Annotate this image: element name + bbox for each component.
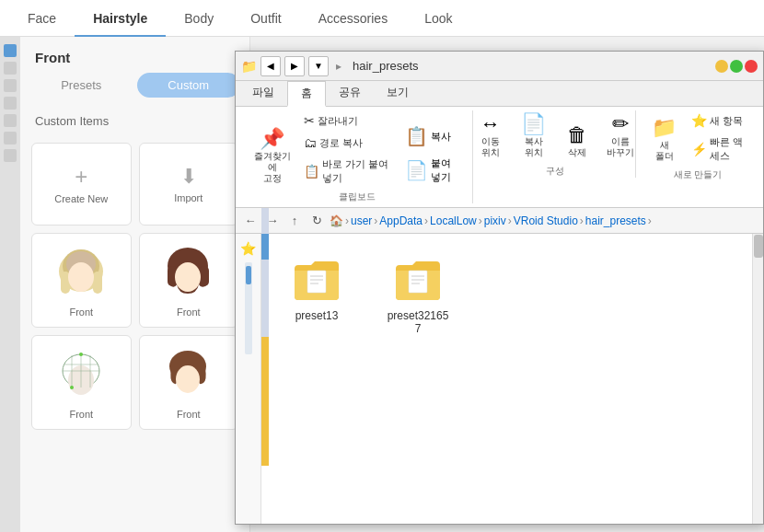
organize-buttons: ↔ 이동위치 📄 복사위치 🗑 삭제 ✏ 이름바꾸기 [469, 110, 641, 162]
move-label: 이동위치 [481, 136, 500, 158]
import-button[interactable]: ⬇ Import [139, 143, 239, 226]
folder-icon: 📁 [241, 59, 257, 74]
status-bar-8 [261, 388, 269, 414]
file-area-wrapper: preset13 [261, 234, 763, 524]
quick-access-button[interactable]: ⭐ 새 항목 [687, 110, 752, 131]
new-label: 새로 만들기 [674, 168, 723, 181]
nav-back-button[interactable]: ← [241, 212, 260, 230]
ribbon-tab-file[interactable]: 파일 [239, 81, 287, 106]
close-btn[interactable] [745, 60, 758, 73]
minimize-btn[interactable] [715, 60, 728, 73]
favorites-star[interactable]: ⭐ [240, 241, 256, 256]
back-btn[interactable]: ◀ [260, 56, 281, 76]
copy-to-button[interactable]: 📄 복사위치 [513, 110, 554, 162]
folder-preset321657[interactable]: preset321657 [381, 252, 455, 341]
clipboard-buttons: 📌 즐겨찾기에고정 ✂ 잘라내기 🗂 경로 복사 📋 바로 가기 붙여넣기 [247, 110, 467, 188]
svg-point-18 [70, 386, 74, 389]
left-icon-2[interactable] [4, 62, 17, 75]
nav-up-button[interactable]: ↑ [285, 212, 304, 230]
folder-svg-1 [293, 258, 341, 302]
copy-path-button[interactable]: 🗂 경로 복사 [299, 133, 398, 153]
move-button[interactable]: ↔ 이동위치 [469, 110, 511, 162]
breadcrumb-vroid[interactable]: VRoid Studio [514, 214, 578, 227]
fast-access-button[interactable]: ⚡ 빠른 액세스 [687, 133, 752, 166]
maximize-btn[interactable] [730, 60, 743, 73]
left-scrollbar[interactable] [245, 262, 252, 354]
sidebar: Front Presets Custom Custom Items + Crea… [20, 37, 250, 532]
tab-outfit[interactable]: Outfit [232, 0, 299, 37]
forward-btn[interactable]: ▶ [284, 56, 305, 76]
rename-label: 이름바꾸기 [607, 136, 634, 158]
clipboard-small-group: ✂ 잘라내기 🗂 경로 복사 📋 바로 가기 붙여넣기 [299, 110, 398, 188]
breadcrumb-pixiv[interactable]: pixiv [484, 214, 506, 227]
left-icon-7[interactable] [4, 149, 17, 162]
cut-button[interactable]: ✂ 잘라내기 [299, 110, 398, 131]
ribbon-tab-home[interactable]: 홈 [287, 81, 326, 107]
left-icon-5[interactable] [4, 114, 17, 127]
paste-icon: 📄 [405, 159, 428, 181]
breadcrumb-locallow[interactable]: LocalLow [430, 214, 477, 227]
plus-icon: + [75, 164, 87, 190]
left-icon-6[interactable] [4, 132, 17, 145]
breadcrumb-user[interactable]: user [351, 214, 372, 227]
create-new-button[interactable]: + Create New [31, 143, 132, 226]
copy-button[interactable]: 📋 복사 [399, 121, 467, 151]
tab-body[interactable]: Body [166, 0, 232, 37]
tab-look[interactable]: Look [406, 0, 470, 37]
breadcrumb-root[interactable]: 🏠 [330, 214, 343, 227]
cut-icon: ✂ [304, 113, 315, 128]
rename-icon: ✏ [612, 114, 629, 134]
hair-item-1-label: Front [69, 306, 93, 318]
tab-hairstyle[interactable]: Hairstyle [75, 0, 166, 37]
left-icon-4[interactable] [4, 97, 17, 110]
file-area: preset13 [261, 234, 752, 524]
left-icon-3[interactable] [4, 79, 17, 92]
titlebar-path: hair_presets [353, 59, 712, 73]
svg-point-5 [68, 262, 94, 292]
tab-custom[interactable]: Custom [137, 73, 241, 98]
hair-item-2[interactable]: Front [139, 233, 239, 328]
hair-item-3[interactable]: Front [31, 335, 132, 430]
hair-item-4-label: Front [177, 409, 201, 420]
status-bar-10 [261, 440, 269, 466]
folder-icon-wrapper-1 [293, 258, 341, 306]
paste-shortcut-button[interactable]: 📋 바로 가기 붙여넣기 [299, 155, 398, 188]
cut-label: 잘라내기 [318, 114, 358, 128]
tab-accessories[interactable]: Accessories [300, 0, 406, 37]
tab-face[interactable]: Face [9, 0, 75, 37]
new-small-group: ⭐ 새 항목 ⚡ 빠른 액세스 [687, 110, 752, 166]
breadcrumb-appdata[interactable]: AppData [379, 214, 423, 227]
folder-preset13[interactable]: preset13 [280, 252, 353, 341]
hair-thumb-3 [49, 345, 113, 405]
hair-item-4[interactable]: Front [139, 335, 239, 430]
pin-button[interactable]: 📌 즐겨찾기에고정 [247, 125, 297, 188]
status-bar-5 [261, 311, 269, 337]
address-bar: ← → ↑ ↻ 🏠 › user › AppData › LocalLow › … [236, 208, 763, 234]
hair-item-1[interactable]: Front [31, 233, 132, 328]
nav-refresh-button[interactable]: ↻ [307, 212, 326, 230]
breadcrumb-hair-presets[interactable]: hair_presets [585, 214, 646, 227]
left-icon-1[interactable] [4, 44, 17, 57]
breadcrumb-sep-6: › [648, 214, 652, 227]
down-btn[interactable]: ▼ [308, 56, 329, 76]
fast-access-label: 빠른 액세스 [710, 135, 747, 163]
file-content: ⭐ [236, 234, 763, 524]
tab-presets[interactable]: Presets [29, 73, 133, 98]
hair-thumb-1 [49, 243, 113, 303]
pin-icon: 📌 [260, 129, 284, 149]
vertical-scrollbar[interactable] [752, 234, 763, 524]
paste-button[interactable]: 📄 붙여넣기 [399, 153, 467, 188]
quick-access-label: 새 항목 [710, 114, 743, 128]
copy-path-label: 경로 복사 [319, 136, 363, 150]
svg-point-9 [175, 262, 201, 292]
copy-to-label: 복사위치 [525, 136, 543, 158]
delete-button[interactable]: 🗑 삭제 [556, 121, 597, 162]
copy-paste-group: 📋 복사 📄 붙여넣기 [399, 121, 467, 188]
rename-button[interactable]: ✏ 이름바꾸기 [599, 110, 641, 162]
ribbon-tab-share[interactable]: 공유 [326, 81, 374, 106]
ribbon-tabs: 파일 홈 공유 보기 [236, 81, 763, 107]
import-icon: ⬇ [180, 165, 197, 189]
ribbon-tab-view[interactable]: 보기 [374, 81, 422, 106]
copy-label: 복사 [431, 130, 451, 144]
new-folder-button[interactable]: 📁 새폴더 [643, 114, 685, 166]
